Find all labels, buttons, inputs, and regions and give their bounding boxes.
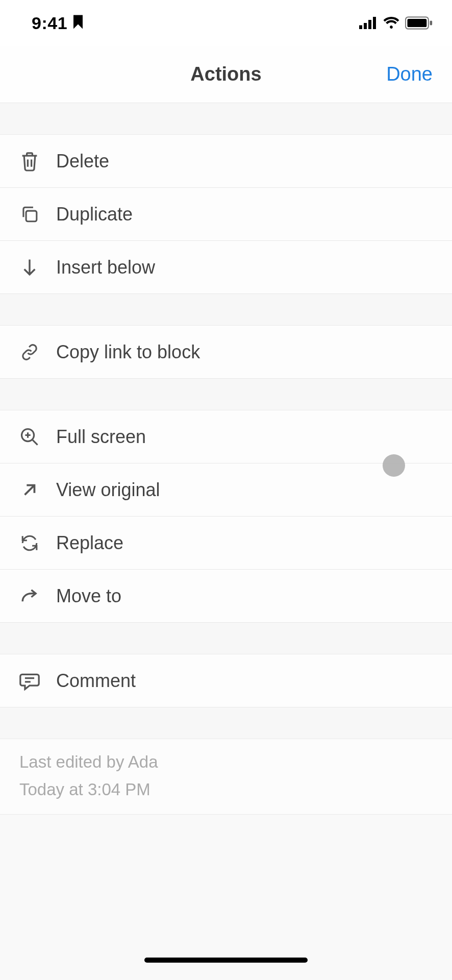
nav-header: Actions Done	[0, 46, 452, 103]
empty-space	[0, 815, 452, 955]
action-label: Comment	[56, 670, 136, 692]
section-gap	[0, 294, 452, 326]
wifi-icon	[383, 17, 400, 29]
arrow-down-icon	[19, 257, 40, 278]
status-right	[359, 16, 433, 30]
touch-indicator	[383, 454, 405, 477]
action-label: Insert below	[56, 257, 155, 278]
action-full-screen[interactable]: Full screen	[0, 410, 452, 463]
action-label: View original	[56, 479, 160, 501]
action-copy-link[interactable]: Copy link to block	[0, 326, 452, 379]
arrow-out-icon	[19, 480, 40, 500]
action-label: Full screen	[56, 426, 146, 448]
section-gap	[0, 103, 452, 135]
comment-icon	[19, 671, 40, 691]
zoom-plus-icon	[19, 427, 40, 447]
status-time: 9:41	[32, 13, 67, 33]
meta-section: Last edited by Ada Today at 3:04 PM	[0, 739, 452, 815]
action-label: Move to	[56, 585, 121, 607]
svg-rect-5	[408, 19, 427, 27]
status-left: 9:41	[32, 13, 84, 33]
arrow-right-curve-icon	[19, 586, 40, 606]
status-bar: 9:41	[0, 0, 452, 46]
svg-rect-3	[373, 17, 376, 29]
edited-by: Last edited by Ada	[19, 748, 433, 776]
page-title: Actions	[190, 63, 261, 85]
link-icon	[19, 342, 40, 362]
home-indicator[interactable]	[144, 958, 308, 963]
trash-icon	[19, 151, 40, 172]
section-gap	[0, 623, 452, 654]
action-label: Delete	[56, 151, 109, 172]
action-duplicate[interactable]: Duplicate	[0, 188, 452, 241]
action-label: Replace	[56, 532, 123, 554]
action-label: Copy link to block	[56, 341, 200, 363]
section-gap	[0, 707, 452, 739]
duplicate-icon	[19, 204, 40, 225]
done-button[interactable]: Done	[386, 63, 433, 85]
svg-rect-1	[364, 23, 367, 29]
edited-at: Today at 3:04 PM	[19, 776, 433, 803]
action-label: Duplicate	[56, 204, 133, 225]
bookmark-icon	[72, 14, 84, 32]
battery-icon	[405, 16, 433, 30]
section-gap	[0, 379, 452, 410]
home-indicator-wrap	[0, 955, 452, 980]
action-move-to[interactable]: Move to	[0, 570, 452, 623]
action-comment[interactable]: Comment	[0, 654, 452, 707]
svg-rect-7	[26, 211, 37, 222]
svg-rect-2	[368, 20, 371, 29]
svg-rect-6	[430, 21, 433, 26]
action-replace[interactable]: Replace	[0, 517, 452, 570]
replace-icon	[19, 533, 40, 553]
cellular-icon	[359, 17, 378, 29]
action-insert-below[interactable]: Insert below	[0, 241, 452, 294]
action-delete[interactable]: Delete	[0, 135, 452, 188]
svg-rect-0	[359, 26, 362, 30]
